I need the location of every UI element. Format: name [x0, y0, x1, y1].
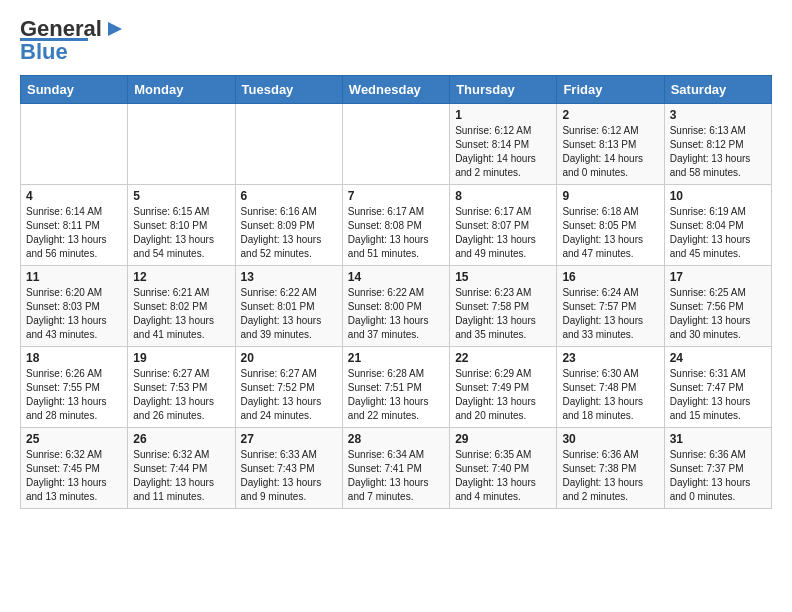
- weekday-header-thursday: Thursday: [450, 76, 557, 104]
- calendar-cell: 23Sunrise: 6:30 AM Sunset: 7:48 PM Dayli…: [557, 347, 664, 428]
- day-number: 3: [670, 108, 766, 122]
- day-info: Sunrise: 6:36 AM Sunset: 7:37 PM Dayligh…: [670, 448, 766, 504]
- day-number: 13: [241, 270, 337, 284]
- day-number: 6: [241, 189, 337, 203]
- calendar-cell: 8Sunrise: 6:17 AM Sunset: 8:07 PM Daylig…: [450, 185, 557, 266]
- day-info: Sunrise: 6:12 AM Sunset: 8:13 PM Dayligh…: [562, 124, 658, 180]
- day-info: Sunrise: 6:30 AM Sunset: 7:48 PM Dayligh…: [562, 367, 658, 423]
- calendar-cell: 9Sunrise: 6:18 AM Sunset: 8:05 PM Daylig…: [557, 185, 664, 266]
- day-number: 12: [133, 270, 229, 284]
- weekday-header-monday: Monday: [128, 76, 235, 104]
- day-number: 24: [670, 351, 766, 365]
- day-number: 17: [670, 270, 766, 284]
- weekday-header-wednesday: Wednesday: [342, 76, 449, 104]
- weekday-header-saturday: Saturday: [664, 76, 771, 104]
- day-number: 2: [562, 108, 658, 122]
- day-number: 11: [26, 270, 122, 284]
- day-number: 21: [348, 351, 444, 365]
- calendar-cell: 31Sunrise: 6:36 AM Sunset: 7:37 PM Dayli…: [664, 428, 771, 509]
- day-info: Sunrise: 6:32 AM Sunset: 7:44 PM Dayligh…: [133, 448, 229, 504]
- day-info: Sunrise: 6:15 AM Sunset: 8:10 PM Dayligh…: [133, 205, 229, 261]
- svg-marker-0: [108, 22, 122, 36]
- calendar-cell: 13Sunrise: 6:22 AM Sunset: 8:01 PM Dayli…: [235, 266, 342, 347]
- day-number: 5: [133, 189, 229, 203]
- calendar-cell: 1Sunrise: 6:12 AM Sunset: 8:14 PM Daylig…: [450, 104, 557, 185]
- calendar-cell: 11Sunrise: 6:20 AM Sunset: 8:03 PM Dayli…: [21, 266, 128, 347]
- day-info: Sunrise: 6:17 AM Sunset: 8:07 PM Dayligh…: [455, 205, 551, 261]
- day-number: 26: [133, 432, 229, 446]
- weekday-header-row: SundayMondayTuesdayWednesdayThursdayFrid…: [21, 76, 772, 104]
- day-info: Sunrise: 6:16 AM Sunset: 8:09 PM Dayligh…: [241, 205, 337, 261]
- calendar-cell: 19Sunrise: 6:27 AM Sunset: 7:53 PM Dayli…: [128, 347, 235, 428]
- day-info: Sunrise: 6:31 AM Sunset: 7:47 PM Dayligh…: [670, 367, 766, 423]
- day-info: Sunrise: 6:19 AM Sunset: 8:04 PM Dayligh…: [670, 205, 766, 261]
- day-number: 9: [562, 189, 658, 203]
- calendar-cell: 4Sunrise: 6:14 AM Sunset: 8:11 PM Daylig…: [21, 185, 128, 266]
- calendar-cell: 29Sunrise: 6:35 AM Sunset: 7:40 PM Dayli…: [450, 428, 557, 509]
- logo-blue: Blue: [20, 39, 68, 65]
- calendar-cell: 3Sunrise: 6:13 AM Sunset: 8:12 PM Daylig…: [664, 104, 771, 185]
- calendar-cell: 25Sunrise: 6:32 AM Sunset: 7:45 PM Dayli…: [21, 428, 128, 509]
- calendar-cell: 16Sunrise: 6:24 AM Sunset: 7:57 PM Dayli…: [557, 266, 664, 347]
- calendar-week-row: 4Sunrise: 6:14 AM Sunset: 8:11 PM Daylig…: [21, 185, 772, 266]
- calendar-cell: 20Sunrise: 6:27 AM Sunset: 7:52 PM Dayli…: [235, 347, 342, 428]
- calendar-cell: 2Sunrise: 6:12 AM Sunset: 8:13 PM Daylig…: [557, 104, 664, 185]
- day-info: Sunrise: 6:36 AM Sunset: 7:38 PM Dayligh…: [562, 448, 658, 504]
- calendar-week-row: 1Sunrise: 6:12 AM Sunset: 8:14 PM Daylig…: [21, 104, 772, 185]
- day-info: Sunrise: 6:24 AM Sunset: 7:57 PM Dayligh…: [562, 286, 658, 342]
- calendar-cell: 12Sunrise: 6:21 AM Sunset: 8:02 PM Dayli…: [128, 266, 235, 347]
- day-info: Sunrise: 6:28 AM Sunset: 7:51 PM Dayligh…: [348, 367, 444, 423]
- calendar-cell: [342, 104, 449, 185]
- calendar-cell: 26Sunrise: 6:32 AM Sunset: 7:44 PM Dayli…: [128, 428, 235, 509]
- calendar-cell: 15Sunrise: 6:23 AM Sunset: 7:58 PM Dayli…: [450, 266, 557, 347]
- day-number: 1: [455, 108, 551, 122]
- day-info: Sunrise: 6:20 AM Sunset: 8:03 PM Dayligh…: [26, 286, 122, 342]
- weekday-header-sunday: Sunday: [21, 76, 128, 104]
- calendar-week-row: 11Sunrise: 6:20 AM Sunset: 8:03 PM Dayli…: [21, 266, 772, 347]
- day-number: 22: [455, 351, 551, 365]
- day-number: 19: [133, 351, 229, 365]
- calendar-cell: 14Sunrise: 6:22 AM Sunset: 8:00 PM Dayli…: [342, 266, 449, 347]
- calendar-cell: 22Sunrise: 6:29 AM Sunset: 7:49 PM Dayli…: [450, 347, 557, 428]
- calendar-cell: 17Sunrise: 6:25 AM Sunset: 7:56 PM Dayli…: [664, 266, 771, 347]
- day-number: 23: [562, 351, 658, 365]
- day-info: Sunrise: 6:14 AM Sunset: 8:11 PM Dayligh…: [26, 205, 122, 261]
- day-info: Sunrise: 6:33 AM Sunset: 7:43 PM Dayligh…: [241, 448, 337, 504]
- day-number: 28: [348, 432, 444, 446]
- calendar-week-row: 25Sunrise: 6:32 AM Sunset: 7:45 PM Dayli…: [21, 428, 772, 509]
- day-info: Sunrise: 6:26 AM Sunset: 7:55 PM Dayligh…: [26, 367, 122, 423]
- calendar-cell: 28Sunrise: 6:34 AM Sunset: 7:41 PM Dayli…: [342, 428, 449, 509]
- calendar-cell: 10Sunrise: 6:19 AM Sunset: 8:04 PM Dayli…: [664, 185, 771, 266]
- logo-arrow-icon: [104, 18, 126, 40]
- day-info: Sunrise: 6:27 AM Sunset: 7:52 PM Dayligh…: [241, 367, 337, 423]
- day-info: Sunrise: 6:27 AM Sunset: 7:53 PM Dayligh…: [133, 367, 229, 423]
- day-info: Sunrise: 6:25 AM Sunset: 7:56 PM Dayligh…: [670, 286, 766, 342]
- calendar-cell: 27Sunrise: 6:33 AM Sunset: 7:43 PM Dayli…: [235, 428, 342, 509]
- day-info: Sunrise: 6:12 AM Sunset: 8:14 PM Dayligh…: [455, 124, 551, 180]
- day-number: 10: [670, 189, 766, 203]
- day-number: 18: [26, 351, 122, 365]
- day-info: Sunrise: 6:35 AM Sunset: 7:40 PM Dayligh…: [455, 448, 551, 504]
- weekday-header-tuesday: Tuesday: [235, 76, 342, 104]
- day-number: 31: [670, 432, 766, 446]
- day-info: Sunrise: 6:17 AM Sunset: 8:08 PM Dayligh…: [348, 205, 444, 261]
- calendar-table: SundayMondayTuesdayWednesdayThursdayFrid…: [20, 75, 772, 509]
- day-number: 27: [241, 432, 337, 446]
- day-number: 14: [348, 270, 444, 284]
- calendar-cell: 21Sunrise: 6:28 AM Sunset: 7:51 PM Dayli…: [342, 347, 449, 428]
- calendar-cell: [21, 104, 128, 185]
- header: General Blue: [20, 16, 772, 65]
- day-info: Sunrise: 6:29 AM Sunset: 7:49 PM Dayligh…: [455, 367, 551, 423]
- calendar-cell: 24Sunrise: 6:31 AM Sunset: 7:47 PM Dayli…: [664, 347, 771, 428]
- day-number: 7: [348, 189, 444, 203]
- day-info: Sunrise: 6:22 AM Sunset: 8:01 PM Dayligh…: [241, 286, 337, 342]
- day-number: 4: [26, 189, 122, 203]
- day-info: Sunrise: 6:34 AM Sunset: 7:41 PM Dayligh…: [348, 448, 444, 504]
- day-info: Sunrise: 6:13 AM Sunset: 8:12 PM Dayligh…: [670, 124, 766, 180]
- calendar-week-row: 18Sunrise: 6:26 AM Sunset: 7:55 PM Dayli…: [21, 347, 772, 428]
- day-number: 20: [241, 351, 337, 365]
- day-info: Sunrise: 6:21 AM Sunset: 8:02 PM Dayligh…: [133, 286, 229, 342]
- calendar-cell: 18Sunrise: 6:26 AM Sunset: 7:55 PM Dayli…: [21, 347, 128, 428]
- calendar-cell: 6Sunrise: 6:16 AM Sunset: 8:09 PM Daylig…: [235, 185, 342, 266]
- day-number: 29: [455, 432, 551, 446]
